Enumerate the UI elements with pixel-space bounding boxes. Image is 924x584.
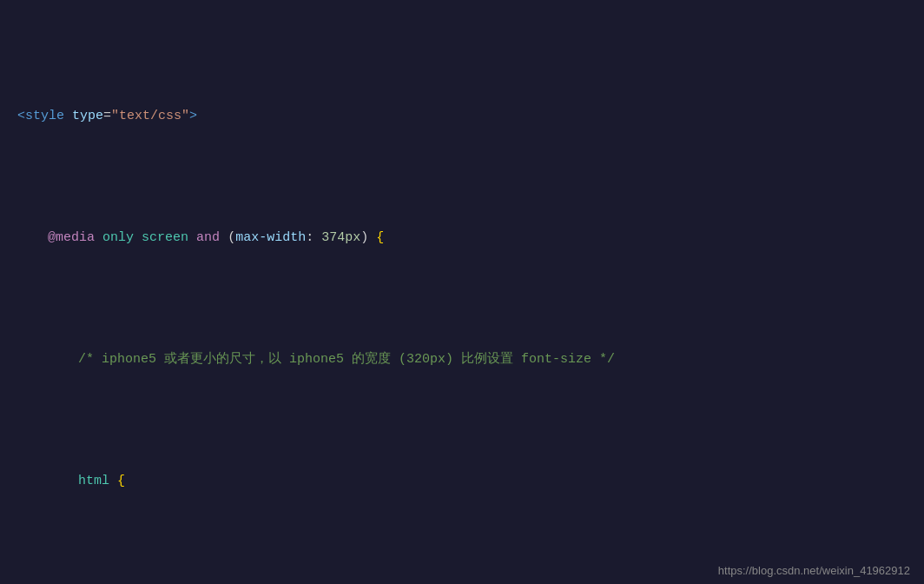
- code-line-1: <style type="text/css">: [0, 104, 924, 129]
- brace-open: {: [376, 226, 384, 250]
- code-line-2: @media only screen and (max-width: 374px…: [0, 226, 924, 250]
- media-only: only: [102, 226, 134, 250]
- tag-open: <style: [17, 104, 64, 129]
- code-line-3: /* iphone5 或者更小的尺寸，以 iphone5 的宽度 (320px)…: [0, 348, 924, 372]
- attr-name: type: [72, 104, 103, 129]
- watermark: https://blog.csdn.net/weixin_41962912: [718, 564, 910, 577]
- space: [64, 104, 72, 129]
- tag-close: >: [189, 104, 197, 129]
- attr-value: "text/css": [111, 104, 189, 129]
- media-keyword: @media: [48, 226, 95, 250]
- media-value: 374px: [321, 226, 360, 250]
- media-condition: (: [228, 226, 235, 250]
- html-selector: html: [78, 469, 109, 494]
- code-line-4: html {: [0, 469, 924, 494]
- code-content: <style type="text/css"> @media only scre…: [0, 0, 924, 584]
- comment: /* iphone5 或者更小的尺寸，以 iphone5 的宽度 (320px)…: [78, 348, 615, 372]
- code-editor: <style type="text/css"> @media only scre…: [0, 0, 924, 584]
- media-screen: screen: [142, 226, 188, 250]
- media-and: and: [196, 226, 220, 250]
- equals: =: [103, 104, 111, 129]
- media-prop: max-width: [235, 226, 306, 250]
- brace-open: {: [117, 469, 125, 494]
